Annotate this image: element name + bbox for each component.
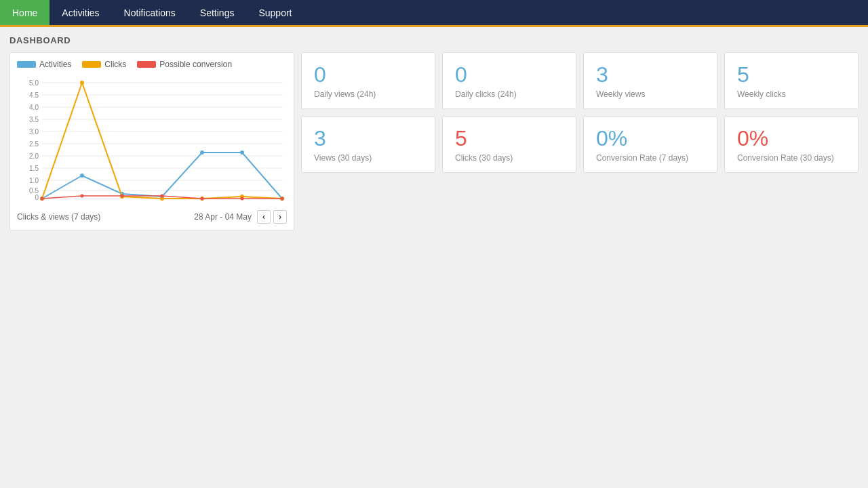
svg-text:2.0: 2.0 <box>29 152 39 160</box>
stat-label-conversion-30: Conversion Rate (30 days) <box>737 153 846 163</box>
svg-point-37 <box>80 81 84 85</box>
nav-item-support[interactable]: Support <box>246 0 304 25</box>
stat-daily-views: 0 Daily views (24h) <box>301 52 435 109</box>
svg-point-45 <box>121 195 124 198</box>
stat-value-clicks-30: 5 <box>455 127 564 149</box>
stat-weekly-clicks: 5 Weekly clicks <box>724 52 859 109</box>
stat-value-daily-views: 0 <box>314 64 422 85</box>
svg-text:4.5: 4.5 <box>29 92 39 99</box>
legend-label-conversion: Possible conversion <box>159 60 232 69</box>
legend-conversion: Possible conversion <box>137 60 232 69</box>
stat-value-weekly-views: 3 <box>596 64 705 85</box>
chart-panel: Activities Clicks Possible conversion 5.… <box>9 52 294 231</box>
svg-text:28 Apr: 28 Apr <box>33 201 53 202</box>
svg-text:0: 0 <box>35 194 39 201</box>
svg-point-30 <box>80 174 84 178</box>
stat-label-conversion-7: Conversion Rate (7 days) <box>596 153 705 163</box>
svg-point-49 <box>281 197 284 201</box>
nav-item-settings[interactable]: Settings <box>188 0 247 25</box>
chart-date-range: 28 Apr - 04 May <box>194 212 252 222</box>
nav-item-home[interactable]: Home <box>0 0 50 25</box>
svg-text:4.0: 4.0 <box>29 104 39 111</box>
stat-label-daily-clicks: Daily clicks (24h) <box>455 89 564 99</box>
stat-label-views-30: Views (30 days) <box>314 153 422 163</box>
stat-conversion-7: 0% Conversion Rate (7 days) <box>583 116 717 173</box>
svg-point-33 <box>200 150 204 155</box>
legend-color-conversion <box>137 61 156 68</box>
svg-text:3.5: 3.5 <box>29 116 39 123</box>
stat-conversion-30: 0% Conversion Rate (30 days) <box>724 116 859 173</box>
stat-label-daily-views: Daily views (24h) <box>314 89 422 99</box>
stat-label-weekly-views: Weekly views <box>596 89 705 99</box>
chart-nav: ‹ › <box>257 210 287 224</box>
main-nav: Home Activities Notifications Settings S… <box>0 0 868 27</box>
stat-weekly-views: 3 Weekly views <box>583 52 717 109</box>
svg-point-44 <box>81 195 84 198</box>
svg-text:2.5: 2.5 <box>29 140 39 148</box>
svg-point-43 <box>41 197 44 201</box>
chart-footer: Clicks & views (7 days) 28 Apr - 04 May … <box>17 210 287 224</box>
svg-text:02 May: 02 May <box>191 201 214 202</box>
stat-value-conversion-30: 0% <box>737 127 846 149</box>
svg-text:29 Apr: 29 Apr <box>73 201 93 202</box>
legend-clicks: Clicks <box>82 60 126 69</box>
svg-point-46 <box>161 195 164 198</box>
svg-text:30 Apr: 30 Apr <box>113 201 133 202</box>
svg-point-47 <box>201 197 204 201</box>
line-chart: 5.0 4.5 4.0 3.5 3.0 2.5 2.0 1.5 1.0 0.5 … <box>17 73 287 202</box>
stat-label-weekly-clicks: Weekly clicks <box>737 89 846 99</box>
stat-daily-clicks: 0 Daily clicks (24h) <box>442 52 576 109</box>
chart-title-label: Clicks & views (7 days) <box>17 212 100 222</box>
legend-color-clicks <box>82 61 101 68</box>
nav-item-notifications[interactable]: Notifications <box>112 0 188 25</box>
legend-color-activities <box>17 61 36 68</box>
page-title: DASHBOARD <box>9 35 859 45</box>
legend-label-activities: Activities <box>39 60 71 69</box>
svg-text:3.0: 3.0 <box>29 128 39 136</box>
svg-text:04 May: 04 May <box>271 201 287 202</box>
chart-legend: Activities Clicks Possible conversion <box>17 60 287 69</box>
svg-text:1.0: 1.0 <box>29 177 39 184</box>
stat-views-30: 3 Views (30 days) <box>301 116 435 173</box>
legend-activities: Activities <box>17 60 71 69</box>
svg-text:1.5: 1.5 <box>29 165 39 172</box>
stats-grid: 0 Daily views (24h) 0 Daily clicks (24h)… <box>301 52 859 173</box>
page-content: DASHBOARD Activities Clicks Possible con… <box>0 27 868 239</box>
dashboard-grid: Activities Clicks Possible conversion 5.… <box>9 52 859 231</box>
stat-value-daily-clicks: 0 <box>455 64 564 85</box>
svg-text:01 May: 01 May <box>151 201 174 202</box>
stat-label-clicks-30: Clicks (30 days) <box>455 153 564 163</box>
svg-text:5.0: 5.0 <box>29 79 39 87</box>
stat-clicks-30: 5 Clicks (30 days) <box>442 116 576 173</box>
svg-text:03 May: 03 May <box>231 201 254 202</box>
stat-value-weekly-clicks: 5 <box>737 64 846 85</box>
legend-label-clicks: Clicks <box>104 60 126 69</box>
chart-prev-button[interactable]: ‹ <box>257 210 271 224</box>
svg-point-34 <box>240 150 244 155</box>
chart-next-button[interactable]: › <box>273 210 287 224</box>
svg-point-48 <box>241 197 244 201</box>
stat-value-views-30: 3 <box>314 127 422 149</box>
nav-item-activities[interactable]: Activities <box>50 0 111 25</box>
stat-value-conversion-7: 0% <box>596 127 705 149</box>
